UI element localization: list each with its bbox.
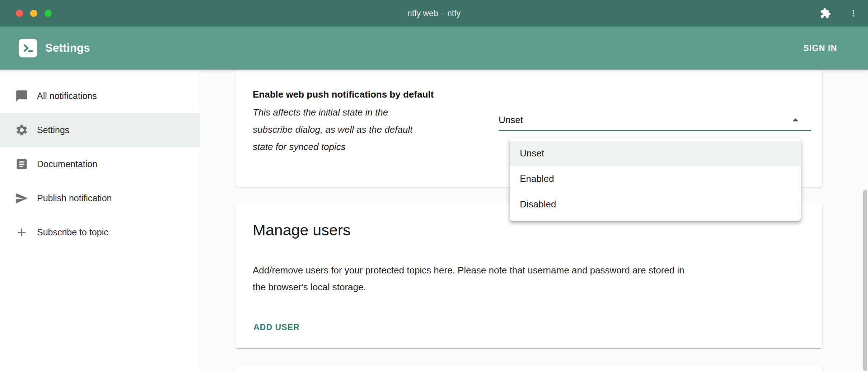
sidebar-item-publish-notification[interactable]: Publish notification <box>0 181 200 215</box>
manage-users-card: Manage users Add/remove users for your p… <box>235 203 822 348</box>
main-content: Enable web push notifications by default… <box>201 70 868 371</box>
zoom-window-button[interactable] <box>45 10 52 17</box>
sidebar-item-documentation[interactable]: Documentation <box>0 147 200 181</box>
plus-icon <box>15 226 28 239</box>
sidebar-item-label: Publish notification <box>37 193 112 203</box>
window-titlebar: ntfy web – ntfy <box>0 0 868 27</box>
vertical-scrollbar-thumb[interactable] <box>863 190 867 371</box>
sidebar-item-label: Documentation <box>37 159 97 169</box>
sidebar-item-label: Subscribe to topic <box>37 227 108 238</box>
sidebar-item-label: Settings <box>37 125 69 135</box>
setting-description-line: subscribe dialog, as well as the default <box>253 121 412 138</box>
extensions-icon[interactable] <box>820 8 831 19</box>
article-icon <box>15 158 28 171</box>
select-value: Unset <box>499 114 523 126</box>
kebab-menu-icon[interactable] <box>849 9 858 18</box>
menu-option-disabled[interactable]: Disabled <box>510 192 801 217</box>
app-window: ntfy web – ntfy Settings SIGN IN All not… <box>0 0 868 371</box>
sidebar-item-label: All notifications <box>37 91 97 101</box>
sign-in-button[interactable]: SIGN IN <box>801 43 839 53</box>
setting-title: Enable web push notifications by default <box>253 89 434 100</box>
manage-users-description: Add/remove users for your protected topi… <box>253 262 684 296</box>
ntfy-terminal-logo <box>19 39 37 57</box>
send-icon <box>15 192 28 205</box>
web-push-default-select[interactable]: Unset <box>499 111 811 131</box>
menu-option-unset[interactable]: Unset <box>510 141 801 166</box>
setting-description: This affects the initial state in the su… <box>253 104 412 155</box>
app-header: Settings SIGN IN <box>0 27 868 70</box>
chevron-up-icon <box>788 113 803 129</box>
select-dropdown-menu: Unset Enabled Disabled <box>510 138 801 221</box>
window-controls <box>16 10 52 17</box>
add-user-button[interactable]: ADD USER <box>253 320 300 334</box>
chat-bubble-icon <box>15 89 28 103</box>
gear-icon <box>15 123 28 137</box>
setting-description-line: This affects the initial state in the <box>253 104 412 121</box>
setting-description-line: state for synced topics <box>253 138 412 155</box>
manage-users-description-line: Add/remove users for your protected topi… <box>253 262 684 279</box>
sidebar-item-all-notifications[interactable]: All notifications <box>0 79 200 113</box>
menu-option-enabled[interactable]: Enabled <box>510 166 801 192</box>
minimize-window-button[interactable] <box>30 10 37 17</box>
page-title: Settings <box>45 42 90 55</box>
sidebar: All notifications Settings Documentation… <box>0 70 200 371</box>
manage-users-description-line: the browser's local storage. <box>253 279 684 296</box>
close-window-button[interactable] <box>16 10 23 17</box>
select-underline <box>499 130 811 131</box>
sidebar-item-subscribe-to-topic[interactable]: Subscribe to topic <box>0 215 200 249</box>
manage-users-title: Manage users <box>253 221 351 239</box>
sidebar-item-settings[interactable]: Settings <box>0 113 200 147</box>
window-title: ntfy web – ntfy <box>407 9 461 18</box>
next-card-partial <box>235 365 822 371</box>
